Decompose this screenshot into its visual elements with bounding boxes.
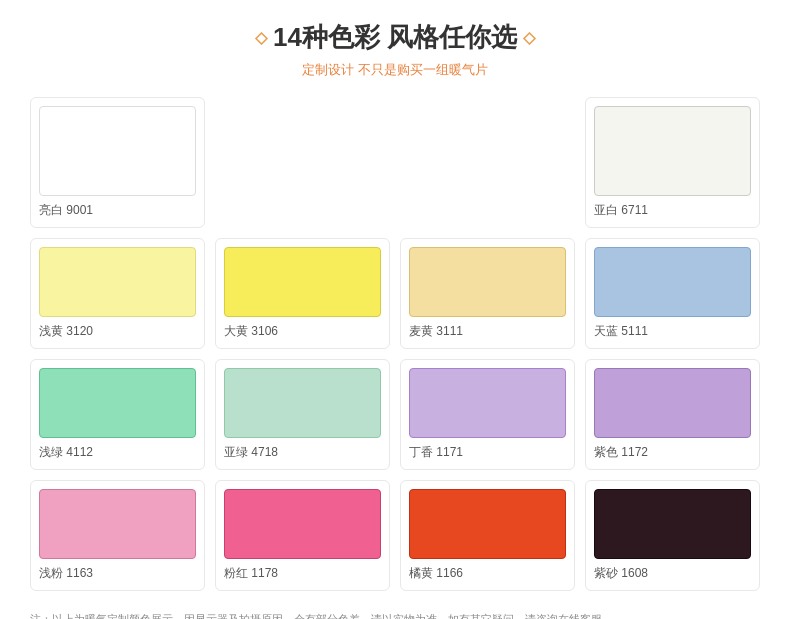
color-label-big-yellow: 大黄 3106: [224, 323, 278, 340]
color-label-orange-yellow: 橘黄 1166: [409, 565, 463, 582]
color-card-light-yellow[interactable]: 浅黄 3120: [30, 238, 205, 349]
color-card-wheat-yellow[interactable]: 麦黄 3111: [400, 238, 575, 349]
color-label-bright-white: 亮白 9001: [39, 202, 93, 219]
color-label-light-pink: 浅粉 1163: [39, 565, 93, 582]
empty-placeholder-2: [400, 97, 575, 228]
color-swatch-lilac: [409, 368, 566, 438]
color-swatch-pink-red: [224, 489, 381, 559]
color-swatch-big-yellow: [224, 247, 381, 317]
color-swatch-purple: [594, 368, 751, 438]
color-label-pink-red: 粉红 1178: [224, 565, 278, 582]
color-label-ya-green: 亚绿 4718: [224, 444, 278, 461]
main-title: ◇ 14种色彩 风格任你选 ◇: [30, 20, 760, 55]
color-label-lilac: 丁香 1171: [409, 444, 463, 461]
color-card-lilac[interactable]: 丁香 1171: [400, 359, 575, 470]
color-card-orange-yellow[interactable]: 橘黄 1166: [400, 480, 575, 591]
disclaimer-note: 注：以上为暖气定制颜色展示，因显示器及拍摄原因，会有部分色差，请以实物为准。如有…: [30, 607, 760, 619]
color-label-purple: 紫色 1172: [594, 444, 648, 461]
color-label-light-green: 浅绿 4112: [39, 444, 93, 461]
color-card-light-green[interactable]: 浅绿 4112: [30, 359, 205, 470]
color-label-wheat-yellow: 麦黄 3111: [409, 323, 463, 340]
title-text: 14种色彩 风格任你选: [273, 20, 517, 55]
color-card-ya-green[interactable]: 亚绿 4718: [215, 359, 390, 470]
color-swatch-purple-sand: [594, 489, 751, 559]
color-card-big-yellow[interactable]: 大黄 3106: [215, 238, 390, 349]
color-card-light-pink[interactable]: 浅粉 1163: [30, 480, 205, 591]
color-swatch-ya-white: [594, 106, 751, 196]
color-label-light-yellow: 浅黄 3120: [39, 323, 93, 340]
color-card-bright-white[interactable]: 亮白 9001: [30, 97, 205, 228]
color-swatch-bright-white: [39, 106, 196, 196]
title-section: ◇ 14种色彩 风格任你选 ◇: [30, 20, 760, 55]
color-swatch-light-green: [39, 368, 196, 438]
color-swatch-light-yellow: [39, 247, 196, 317]
color-swatch-wheat-yellow: [409, 247, 566, 317]
diamond-left-icon: ◇: [255, 28, 267, 47]
color-label-ya-white: 亚白 6711: [594, 202, 648, 219]
empty-placeholder-1: [215, 97, 390, 228]
color-card-sky-blue[interactable]: 天蓝 5111: [585, 238, 760, 349]
color-swatch-sky-blue: [594, 247, 751, 317]
color-label-purple-sand: 紫砂 1608: [594, 565, 648, 582]
diamond-right-icon: ◇: [523, 28, 535, 47]
color-card-ya-white[interactable]: 亚白 6711: [585, 97, 760, 228]
color-swatch-ya-green: [224, 368, 381, 438]
color-card-pink-red[interactable]: 粉红 1178: [215, 480, 390, 591]
color-card-purple-sand[interactable]: 紫砂 1608: [585, 480, 760, 591]
color-card-purple[interactable]: 紫色 1172: [585, 359, 760, 470]
color-grid: 亮白 9001 亚白 6711 浅黄 3120 大黄 3106 麦黄 3111 …: [30, 97, 760, 591]
color-swatch-orange-yellow: [409, 489, 566, 559]
subtitle-text: 定制设计 不只是购买一组暖气片: [30, 61, 760, 79]
color-swatch-light-pink: [39, 489, 196, 559]
color-label-sky-blue: 天蓝 5111: [594, 323, 648, 340]
